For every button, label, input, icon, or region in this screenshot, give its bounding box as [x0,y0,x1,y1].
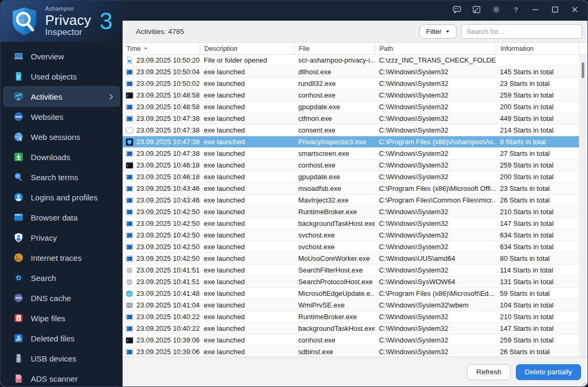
sidebar-item-dns-cache[interactable]: DNSDNS cache [3,288,120,308]
sidebar-item-downloads[interactable]: Downloads [3,147,120,167]
cell-file: conhost.exe [294,160,375,171]
sidebar-item-browser-data[interactable]: Browser data [3,207,120,227]
refresh-button[interactable]: Refresh [467,364,510,380]
table-row[interactable]: 23.09.2025 10:42:50exe launchedMoUsoCore… [123,253,579,265]
table-row[interactable]: 23.09.2025 10:42:50exe launchedbackgroun… [123,218,579,230]
table-row[interactable]: 23.09.2025 10:41:48exe launchedMicrosoft… [123,288,579,300]
table-row[interactable]: 23.09.2025 10:47:38exe launchedPrivacyIn… [123,136,579,148]
eye-icon [13,272,24,283]
table-row[interactable]: 23.09.2025 10:43:46exe launchedMavInject… [123,195,579,206]
sidebar-item-web-sessions[interactable]: Web sessions [3,127,120,147]
cell-time: 23.09.2025 10:46:18 [123,171,200,182]
table-row[interactable]: 23.09.2025 10:48:58exe launchedconhost.e… [123,90,579,101]
cell-file: MoUsoCoreWorker.exe [294,253,375,264]
chevron-right-icon [108,93,115,100]
browser-icon [13,212,24,223]
table-row[interactable]: 23.09.2025 10:40:22exe launchedbackgroun… [123,323,579,335]
table-row[interactable]: 23.09.2025 10:39:06exe launchedconhost.e… [123,335,579,346]
sidebar-item-logins-and-profiles[interactable]: Logins and profiles [3,187,120,207]
sidebar-item-search-terms[interactable]: Search terms [3,167,120,187]
app-icon [125,68,134,76]
cell-time: 23.09.2025 10:42:50 [123,218,200,229]
cell-path: C:\Windows\System32 [375,101,496,112]
table-row[interactable]: 23.09.2025 10:41:51exe launchedSearchPro… [123,276,579,288]
dns-icon: DNS [13,293,24,303]
search-input[interactable] [461,24,582,39]
cell-path: C:\Windows\System32 [375,241,496,252]
cell-description: exe launched [200,346,294,357]
table-row[interactable]: 23.09.2025 10:42:50exe launchedsvchost.e… [123,230,579,241]
sidebar-item-label: Activities [31,92,101,101]
settings-icon [491,5,501,16]
cell-file: svchost.exe [294,241,375,252]
sidebar-item-used-objects[interactable]: Used objects [3,66,120,86]
close-button[interactable] [566,3,583,18]
table-row[interactable]: 23.09.2025 10:46:18exe launchedgpupdate.… [123,171,579,183]
vertical-scrollbar[interactable] [579,55,587,357]
gear-icon [125,278,134,286]
column-header-time[interactable]: Time [123,43,200,54]
cell-path: C:\Windows\System32 [375,323,496,334]
table-row[interactable]: 23.09.2025 10:40:22exe launchedRuntimeBr… [123,311,579,323]
ads-icon [13,373,24,384]
cell-description: exe launched [200,78,294,89]
sidebar-item-usb-devices[interactable]: USB devices [3,348,120,368]
feedback-button[interactable]: ** [448,3,465,18]
cell-time: 23.09.2025 10:47:38 [123,125,200,136]
cell-information: 449 Starts in total [496,113,579,124]
sidebar-item-activities[interactable]: Activities [3,86,120,107]
scrollbar-thumb[interactable] [582,63,584,78]
column-header-description[interactable]: Description [200,43,294,54]
minimize-button[interactable] [526,3,544,18]
cell-description: exe launched [200,230,294,241]
table-row[interactable]: 23.09.2025 10:39:06exe launchedsdbinst.e… [123,346,579,358]
column-header-information[interactable]: Information [496,43,579,54]
globe-cursor-icon [13,131,24,142]
sidebar-item-privacy[interactable]: Privacy [3,227,120,248]
wipe-icon [13,313,24,323]
table-row[interactable]: 23.09.2025 10:47:38exe launchedctfmon.ex… [123,113,579,125]
resize-grip-icon[interactable] [580,379,586,385]
table-row[interactable]: 23.09.2025 10:43:46exe launchedmsoadfsb.… [123,183,579,195]
sidebar-item-label: Search [31,274,115,283]
sidebar-item-search[interactable]: Search [3,268,120,288]
column-header-path[interactable]: Path [375,43,496,54]
cell-time: 23.09.2025 10:42:50 [123,253,200,264]
feedback-icon: ** [452,5,462,16]
table-row[interactable]: 23.09.2025 10:46:18exe launchedconhost.e… [123,160,579,171]
filter-button[interactable]: Filter [419,24,457,39]
table-row[interactable]: 23.09.2025 10:42:50exe launchedsvchost.e… [123,241,579,253]
sidebar-item-wipe-files[interactable]: Wipe files [3,308,120,328]
help-button[interactable]: ? [507,3,524,18]
table-row[interactable]: 23.09.2025 10:47:38exe launchedconsent.e… [123,125,579,136]
sidebar-item-internet-traces[interactable]: Internet traces [3,248,120,268]
table-row[interactable]: 23.09.2025 10:41:51exe launchedSearchFil… [123,265,579,276]
settings-button[interactable] [487,3,505,18]
sidebar-item-websites[interactable]: wwwWebsites [3,107,120,127]
table-row[interactable]: 23.09.2025 10:41:04exe launchedWmiPrvSE.… [123,300,579,311]
cell-description: exe launched [200,288,294,299]
sidebar-item-overview[interactable]: Overview [3,46,120,66]
table-row[interactable]: 23.09.2025 10:48:58exe launchedgpupdate.… [123,101,579,113]
table-row[interactable]: 23.09.2025 10:50:04exe launcheddllhost.e… [123,66,579,78]
notes-button[interactable] [468,3,485,18]
cell-description: exe launched [200,300,294,311]
column-header-file[interactable]: File [294,43,375,54]
laptop-icon [13,51,24,61]
table-row[interactable]: 23.09.2025 10:47:38exe launchedsmartscre… [123,148,579,160]
app-icon [125,243,134,251]
console-icon [125,91,134,100]
table-row[interactable]: 23.09.2025 10:50:02exe launchedrundll32.… [123,78,579,90]
cell-path: C:\Program Files (x86)\Microsoft Offi... [375,183,496,194]
cell-information: 23 Starts in total [496,78,579,89]
cell-path: C:\zzz_INC_TRANS_CHECK_FOLDER [375,55,496,66]
sidebar-item-ads-scanner[interactable]: ADS scanner [3,368,120,387]
cell-path: C:\Windows\System32 [375,113,496,124]
maximize-button[interactable] [546,3,564,18]
app-window: 1010 Ashampoo Privacy Inspector 3 Overvi… [0,0,588,387]
delete-partially-button[interactable]: Delete partially [516,364,581,380]
sidebar-item-deleted-files[interactable]: Deleted files [3,328,120,348]
table-row[interactable]: 23.09.2025 10:42:50exe launchedRuntimeBr… [123,206,579,218]
table-row[interactable]: 23.09.2025 10:50:20File or folder opened… [123,55,579,66]
sidebar-item-label: Used objects [31,72,115,81]
